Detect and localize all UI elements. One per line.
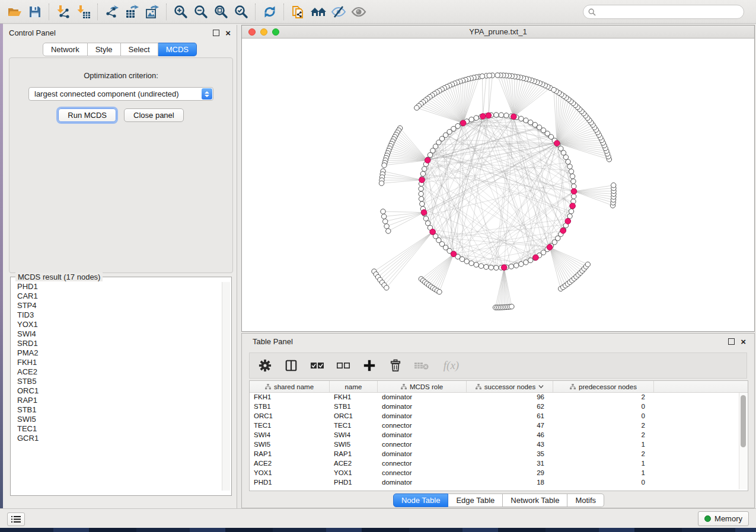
search-input[interactable] [599,7,739,17]
mcds-result-list[interactable]: PHD1CAR1STP4TID3YOX1SWI4SRD1PMA2FKH1ACE2… [12,282,226,491]
graph-node[interactable] [567,214,572,219]
graph-mcds-node[interactable] [501,265,507,271]
save-session-button[interactable] [25,2,45,21]
mcds-result-item[interactable]: YOX1 [17,320,226,329]
graph-node[interactable] [474,262,479,267]
graph-node[interactable] [420,171,425,176]
close-panel-icon[interactable]: × [225,30,231,36]
mcds-result-item[interactable]: STP4 [17,301,226,310]
graph-node[interactable] [437,290,442,294]
graph-node[interactable] [570,174,575,178]
mcds-result-item[interactable]: SRD1 [17,339,226,348]
graph-node[interactable] [585,262,590,267]
table-row[interactable]: STB1STB1dominator620 [250,402,748,412]
graph-mcds-node[interactable] [533,255,539,261]
graph-node[interactable] [479,264,483,268]
tab-node-table[interactable]: Node Table [393,493,449,507]
graph-node[interactable] [489,265,493,270]
graph-node[interactable] [464,259,469,264]
graph-node[interactable] [460,257,464,261]
mcds-result-item[interactable]: STB1 [17,405,226,415]
float-panel-icon[interactable] [728,338,735,345]
graph-mcds-node[interactable] [480,114,486,120]
mcds-result-item[interactable]: GCR1 [17,434,226,443]
export-network-button[interactable] [102,2,122,21]
table-row[interactable]: TEC1TEC1connector472 [250,421,748,431]
mcds-result-item[interactable]: TEC1 [17,424,226,434]
mcds-result-item[interactable]: PMA2 [17,348,226,358]
graph-node[interactable] [572,184,576,188]
mcds-result-item[interactable]: CAR1 [17,291,226,301]
graph-node[interactable] [569,169,573,174]
graph-node[interactable] [514,263,519,268]
table-settings-button[interactable] [257,357,273,374]
tab-select[interactable]: Select [121,43,158,56]
graph-node[interactable] [419,191,423,196]
graph-node[interactable] [528,258,533,262]
add-column-button[interactable] [361,357,378,374]
zoom-in-button[interactable] [171,2,191,21]
minimize-window-icon[interactable] [260,28,267,36]
graph-node[interactable] [504,113,509,118]
graph-mcds-node[interactable] [425,158,430,164]
graph-node[interactable] [611,183,616,188]
mcds-result-item[interactable]: SWI5 [17,415,226,424]
table-scrollbar-thumb[interactable] [741,395,746,447]
graph-node[interactable] [484,264,489,269]
graph-node[interactable] [572,194,576,198]
show-all-button[interactable] [349,2,369,21]
table-row[interactable]: RAP1RAP1dominator352 [250,450,748,459]
table-scrollbar[interactable] [739,393,747,489]
close-window-icon[interactable] [248,28,256,36]
column-header-name[interactable]: name [330,381,378,392]
graph-node[interactable] [494,265,499,270]
tab-style[interactable]: Style [88,43,121,56]
open-file-button[interactable] [5,2,25,21]
graph-node[interactable] [419,187,423,191]
mcds-result-item[interactable]: ACE2 [17,367,226,377]
graph-mcds-node[interactable] [419,177,425,183]
graph-node[interactable] [474,116,479,120]
graph-node[interactable] [566,159,570,164]
graph-mcds-node[interactable] [560,228,566,234]
mcds-result-item[interactable]: SWI4 [17,329,226,339]
graph-node[interactable] [422,166,427,171]
table-row[interactable]: YOX1YOX1connector291 [250,469,748,478]
graph-mcds-node[interactable] [451,251,457,257]
close-panel-icon[interactable]: × [741,339,746,344]
graph-node[interactable] [384,286,389,290]
export-image-button[interactable] [142,2,162,21]
graph-node[interactable] [532,122,537,127]
graph-node[interactable] [528,120,533,124]
graph-node[interactable] [551,87,556,92]
graph-node[interactable] [509,264,513,269]
graph-mcds-node[interactable] [570,203,576,209]
graph-node[interactable] [519,262,524,267]
graph-node[interactable] [569,209,573,214]
graph-node[interactable] [383,219,388,224]
graph-mcds-node[interactable] [421,210,427,216]
graph-mcds-node[interactable] [511,114,517,120]
column-header-successor-nodes[interactable]: successor nodes [467,381,553,392]
graph-mcds-node[interactable] [554,140,560,146]
graph-node[interactable] [419,197,423,201]
network-canvas[interactable] [242,39,754,332]
graph-mcds-node[interactable] [547,245,553,251]
graph-node[interactable] [428,152,432,157]
mcds-result-item[interactable]: FKH1 [17,358,226,367]
graph-node[interactable] [379,181,384,185]
table-row[interactable]: SWI5SWI5connector431 [250,440,748,450]
graph-node[interactable] [524,260,528,265]
graph-node[interactable] [480,74,484,79]
table-row[interactable]: PHD1PHD1dominator180 [250,478,748,488]
graph-mcds-node[interactable] [571,188,577,194]
mcds-result-item[interactable]: RAP1 [17,396,226,405]
graph-node[interactable] [509,304,514,309]
graph-node[interactable] [495,73,500,78]
tab-network-table[interactable]: Network Table [503,493,567,507]
graph-node[interactable] [381,209,385,214]
graph-node[interactable] [420,201,425,206]
new-network-from-selection-button[interactable] [288,2,308,21]
mcds-result-item[interactable]: PHD1 [17,282,226,291]
graph-mcds-node[interactable] [460,120,466,126]
